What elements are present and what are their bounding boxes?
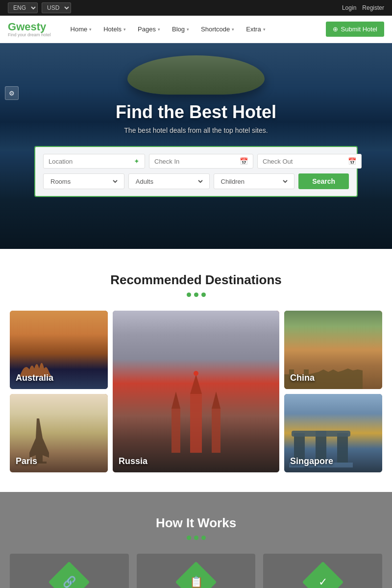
submit-icon: ⊕ <box>333 25 338 33</box>
logo[interactable]: Gwesty Find your dream hotel <box>8 22 51 37</box>
logo-rest: westy <box>16 21 46 33</box>
checkout-input[interactable] <box>263 158 345 165</box>
how-dot-3 <box>201 536 206 540</box>
search-row-1: ✦ 📅 📅 <box>43 154 349 169</box>
rooms-select-wrap[interactable]: Rooms 1 2 3 <box>43 173 124 189</box>
top-bar: ENG FR DE USD EUR GBP Login Register <box>0 0 392 16</box>
destinations-section: Recommended Destinations Australia <box>0 249 392 492</box>
svg-rect-2 <box>212 409 220 453</box>
destination-singapore[interactable]: Singapore <box>284 394 382 472</box>
how-card-confirmed: ✓ Confirmed Lorem ipsum dolor sit amet, … <box>263 554 382 588</box>
how-dots <box>8 536 384 540</box>
location-field[interactable]: ✦ <box>43 154 145 169</box>
nav-home[interactable]: Home <box>66 23 97 36</box>
nav-pages[interactable]: Pages <box>133 23 165 36</box>
how-title: How It Works <box>8 515 384 531</box>
how-diamond-details: 📋 <box>175 562 217 588</box>
svg-point-3 <box>194 371 198 376</box>
details-icon: 📋 <box>189 576 202 588</box>
language-select[interactable]: ENG FR DE <box>8 2 38 13</box>
hero-content: Find the Best Hotel The best hotel deals… <box>34 102 358 197</box>
logo-tagline: Find your dream hotel <box>8 32 51 37</box>
island-shape <box>127 55 265 95</box>
checkout-field[interactable]: 📅 <box>257 154 362 169</box>
how-grid: 🔗 Book Now Lorem ipsum dolor sit amet, c… <box>10 554 382 588</box>
book-icon: 🔗 <box>63 576 76 588</box>
dest-label-paris: Paris <box>16 456 37 466</box>
search-box: ✦ 📅 📅 Rooms 1 2 3 <box>34 146 358 197</box>
search-row-2: Rooms 1 2 3 Adults 1 2 3 <box>43 173 349 189</box>
how-card-details: 📋 Enter Details Lorem ipsum dolor sit am… <box>137 554 256 588</box>
currency-select[interactable]: USD EUR GBP <box>42 2 71 13</box>
location-input[interactable] <box>49 158 131 165</box>
checkout-calendar-icon: 📅 <box>348 157 356 165</box>
svg-rect-7 <box>337 433 348 463</box>
nav-menu: Home Hotels Pages Blog Shortcode Extra <box>66 23 326 36</box>
top-bar-left: ENG FR DE USD EUR GBP <box>8 2 71 13</box>
children-select[interactable]: Children 0 1 2 <box>219 177 290 186</box>
adults-select[interactable]: Adults 1 2 3 <box>134 177 204 186</box>
settings-icon[interactable]: ⚙ <box>5 86 19 100</box>
dest-label-china: China <box>290 373 315 383</box>
svg-rect-8 <box>292 431 350 437</box>
destination-australia[interactable]: Australia <box>10 311 108 389</box>
logo-name: Gwesty <box>8 22 51 32</box>
login-link[interactable]: Login <box>342 4 356 11</box>
svg-rect-0 <box>190 394 202 453</box>
nav-blog[interactable]: Blog <box>167 23 194 36</box>
checkin-input[interactable] <box>154 158 237 165</box>
nav-hotels[interactable]: Hotels <box>98 23 131 36</box>
dest-label-australia: Australia <box>16 373 53 383</box>
logo-g: G <box>8 21 16 33</box>
submit-label: Submit Hotel <box>341 25 377 33</box>
navbar: Gwesty Find your dream hotel Home Hotels… <box>0 16 392 43</box>
children-select-wrap[interactable]: Children 0 1 2 <box>214 173 295 189</box>
submit-hotel-button[interactable]: ⊕ Submit Hotel <box>326 22 384 37</box>
search-button[interactable]: Search <box>298 173 349 189</box>
nav-extra[interactable]: Extra <box>241 23 270 36</box>
dest-label-russia: Russia <box>119 456 147 466</box>
hero-title: Find the Best Hotel <box>34 102 358 122</box>
destination-paris[interactable]: Paris <box>10 394 108 472</box>
nav-shortcode[interactable]: Shortcode <box>196 23 239 36</box>
how-diamond-confirmed: ✓ <box>302 562 343 588</box>
svg-rect-1 <box>172 409 180 453</box>
register-link[interactable]: Register <box>362 4 384 11</box>
checkin-calendar-icon: 📅 <box>240 157 248 165</box>
how-card-book: 🔗 Book Now Lorem ipsum dolor sit amet, c… <box>10 554 129 588</box>
hero-island <box>118 50 274 99</box>
adults-select-wrap[interactable]: Adults 1 2 3 <box>128 173 210 189</box>
destinations-title: Recommended Destinations <box>8 272 384 288</box>
checkin-field[interactable]: 📅 <box>149 154 253 169</box>
confirmed-icon: ✓ <box>318 576 327 588</box>
dest-label-singapore: Singapore <box>290 456 333 466</box>
destination-russia[interactable]: Russia <box>113 311 279 472</box>
dot-2 <box>194 293 198 297</box>
destination-china[interactable]: China <box>284 311 382 389</box>
top-bar-right: Login Register <box>342 4 384 11</box>
section-dots <box>8 293 384 297</box>
dot-1 <box>187 293 191 297</box>
location-icon: ✦ <box>134 157 140 165</box>
destinations-grid: Australia Russia <box>10 311 382 472</box>
how-dot-2 <box>194 536 198 540</box>
how-it-works-section: How It Works 🔗 Book Now Lorem ipsum dolo… <box>0 492 392 588</box>
hero-section: ⚙ Find the Best Hotel The best hotel dea… <box>0 43 392 249</box>
how-dot-1 <box>187 536 191 540</box>
dot-3 <box>201 293 206 297</box>
hero-subtitle: The best hotel deals from all the top ho… <box>34 126 358 134</box>
how-diamond-book: 🔗 <box>49 562 90 588</box>
rooms-select[interactable]: Rooms 1 2 3 <box>49 177 119 186</box>
